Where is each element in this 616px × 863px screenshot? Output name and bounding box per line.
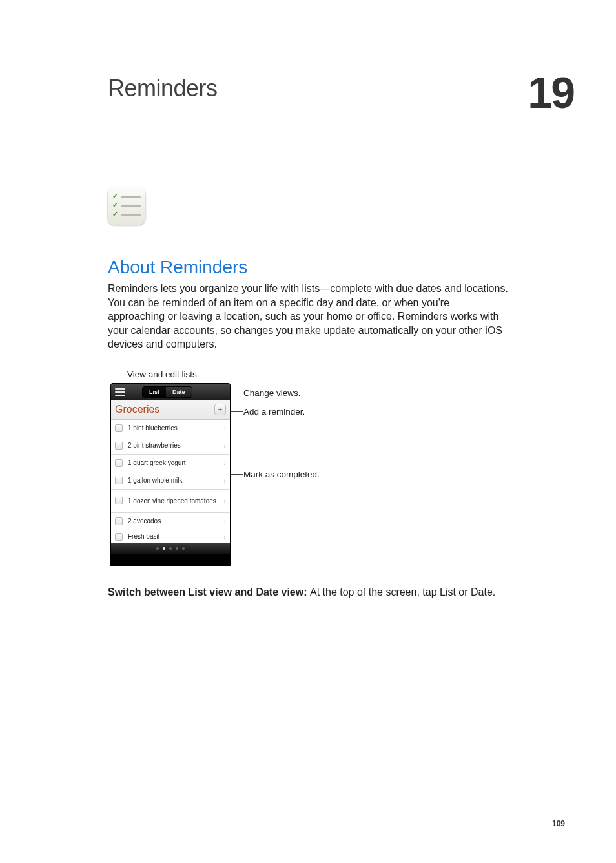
chevron-right-icon[interactable]: ›	[222, 424, 227, 432]
chevron-right-icon[interactable]: ›	[222, 497, 227, 504]
chapter-title: Reminders	[108, 75, 508, 102]
list-item[interactable]: 1 gallon whole milk ›	[111, 472, 230, 490]
checkbox[interactable]	[115, 477, 123, 484]
callout-add-reminder: Add a reminder.	[243, 407, 305, 417]
topbar: List Date	[111, 384, 230, 400]
page-dots[interactable]	[111, 543, 230, 554]
icon-line	[121, 214, 141, 216]
reminder-text: 2 pint strawberries	[128, 442, 222, 450]
caption: Switch between List view and Date view: …	[108, 585, 508, 599]
caption-bold: Switch between List view and Date view:	[108, 587, 310, 598]
list-title: Groceries	[115, 404, 159, 415]
chapter-number: 19	[528, 67, 574, 118]
chevron-right-icon[interactable]: ›	[222, 477, 227, 484]
chevron-right-icon[interactable]: ›	[222, 459, 227, 467]
phone-screenshot: List Date Groceries + 1 pint blueberries…	[111, 384, 230, 565]
check-icon	[112, 194, 119, 200]
list-menu-icon[interactable]	[115, 388, 125, 397]
reminder-text: 2 avocados	[128, 517, 222, 525]
segment-list[interactable]: List	[143, 387, 166, 397]
check-icon	[112, 212, 119, 218]
check-icon	[112, 203, 119, 209]
chevron-right-icon[interactable]: ›	[222, 533, 227, 541]
reminders-app-icon	[108, 187, 145, 225]
section-heading: About Reminders	[108, 257, 508, 278]
chevron-right-icon[interactable]: ›	[222, 517, 227, 525]
checkbox[interactable]	[115, 424, 123, 432]
caption-rest: At the top of the screen, tap List or Da…	[310, 587, 495, 598]
figure: View and edit lists. Change views. Add a…	[108, 369, 508, 577]
segmented-control[interactable]: List Date	[142, 386, 192, 398]
reminder-text: 1 quart greek yogurt	[128, 459, 222, 467]
checkbox[interactable]	[115, 497, 123, 504]
checkbox[interactable]	[115, 442, 123, 450]
page-number: 109	[552, 819, 565, 828]
checkbox[interactable]	[115, 459, 123, 467]
icon-line	[121, 205, 141, 207]
section-body: Reminders lets you organize your life wi…	[108, 282, 508, 351]
segment-date[interactable]: Date	[166, 387, 192, 397]
checkbox[interactable]	[115, 517, 123, 525]
list-item[interactable]: 1 quart greek yogurt ›	[111, 455, 230, 472]
reminder-text: 1 dozen vine ripened tomatoes	[128, 497, 222, 505]
list-item[interactable]: 1 pint blueberries ›	[111, 420, 230, 437]
chevron-right-icon[interactable]: ›	[222, 442, 227, 450]
reminder-text: 1 gallon whole milk	[128, 477, 222, 484]
list-header: Groceries +	[111, 400, 230, 420]
callout-view-edit: View and edit lists.	[127, 369, 200, 379]
add-reminder-button[interactable]: +	[214, 404, 226, 415]
reminder-text: 1 pint blueberries	[128, 424, 222, 432]
checkbox[interactable]	[115, 533, 123, 541]
list-item[interactable]: 2 pint strawberries ›	[111, 437, 230, 455]
callout-change-views: Change views.	[243, 388, 301, 398]
list-item[interactable]: Fresh basil ›	[111, 530, 230, 543]
list-item[interactable]: 2 avocados ›	[111, 513, 230, 530]
list-item[interactable]: 1 dozen vine ripened tomatoes ›	[111, 490, 230, 513]
reminder-text: Fresh basil	[128, 533, 222, 541]
icon-line	[121, 196, 141, 198]
callout-mark-completed: Mark as completed.	[243, 470, 320, 479]
